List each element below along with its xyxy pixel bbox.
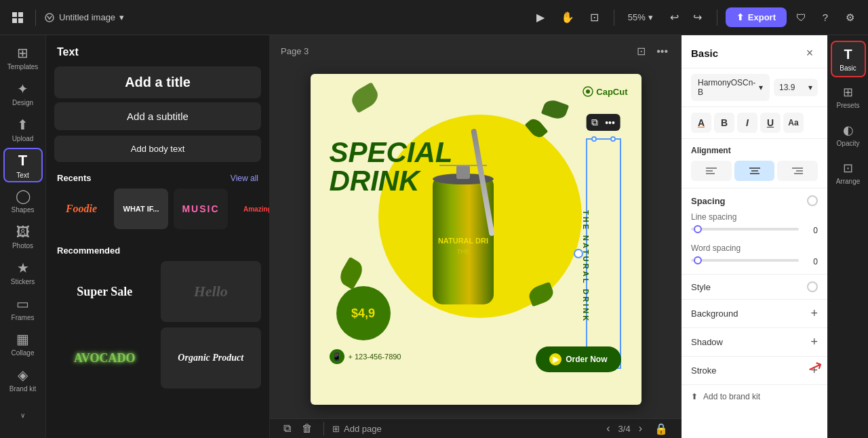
bottom-divider	[323, 422, 324, 435]
settings-icon-btn[interactable]: ⚙	[840, 7, 860, 28]
sidebar-item-templates[interactable]: ⊞ Templates	[3, 41, 43, 75]
canvas-delete-btn[interactable]: 🗑	[299, 420, 315, 437]
font-size-selector[interactable]: 13.9 ▾	[774, 79, 818, 96]
phone-number: + 123-456-7890	[349, 353, 401, 361]
pointer-tool[interactable]: ▶	[530, 7, 551, 28]
font-family-selector[interactable]: HarmonyOSCn-B ▾	[691, 74, 770, 101]
canvas-top-bar: Page 3 ⊡ •••	[270, 35, 682, 67]
spacing-toggle[interactable]	[807, 195, 818, 206]
strip-item-arrange[interactable]: ⊡ Arrange	[831, 155, 866, 191]
help-icon-btn[interactable]: ?	[815, 7, 835, 28]
view-all-btn[interactable]: View all	[231, 174, 258, 183]
text-panel: Text Add a title Add a subtitle Add body…	[46, 35, 270, 438]
sidebar-collapse-btn[interactable]: ∨	[3, 398, 43, 433]
spacing-section-label: Spacing	[691, 196, 726, 206]
element-toolbar: ⧉ •••	[586, 114, 620, 131]
shield-icon-btn[interactable]: 🛡	[791, 7, 811, 28]
recent-item-music[interactable]: MUSIC	[174, 188, 228, 229]
leaf-2	[540, 98, 568, 121]
next-page-btn[interactable]: ›	[635, 421, 646, 436]
export-divider	[717, 9, 717, 26]
recent-item-foodie[interactable]: Foodie	[54, 188, 108, 229]
strip-item-presets[interactable]: ⊞ Presets	[831, 79, 866, 115]
word-spacing-slider[interactable]	[691, 259, 799, 262]
file-name-btn[interactable]: Untitled image ▾	[44, 12, 124, 23]
left-sidebar: ⊞ Templates ✦ Design ⬆ Upload T Text ◯ S…	[0, 35, 46, 438]
italic-btn[interactable]: I	[737, 113, 757, 133]
undo-btn[interactable]: ↩	[664, 7, 686, 28]
case-btn[interactable]: Aa	[783, 113, 804, 133]
recent-item-amazing[interactable]: Amazing...	[233, 188, 269, 229]
add-body-btn[interactable]: Add body text	[54, 136, 261, 162]
canvas-resize-btn[interactable]: ⊡	[634, 42, 648, 60]
templates-icon: ⊞	[17, 45, 28, 61]
strip-item-basic[interactable]: T Basic	[831, 41, 866, 77]
hand-tool[interactable]: ✋	[557, 7, 578, 28]
text-color-btn[interactable]: A	[691, 113, 711, 133]
page-nav-label: 3/4	[618, 424, 631, 434]
bold-btn[interactable]: B	[714, 113, 734, 133]
underline-btn[interactable]: U	[760, 113, 781, 133]
more-element-btn[interactable]: •••	[605, 117, 615, 128]
sidebar-item-shapes[interactable]: ◯ Shapes	[3, 184, 43, 218]
style-label: Style	[691, 282, 711, 292]
align-left-btn[interactable]	[691, 161, 732, 181]
sidebar-item-text[interactable]: T Text	[3, 148, 43, 182]
prev-page-btn[interactable]: ‹	[602, 421, 614, 436]
canvas-more-btn[interactable]: •••	[654, 42, 671, 60]
alignment-text: Alignment	[691, 146, 731, 155]
sidebar-item-stickers[interactable]: ★ Stickers	[3, 255, 43, 290]
add-title-btn[interactable]: Add a title	[54, 66, 261, 98]
sidebar-item-label-brand: Brand kit	[9, 385, 36, 393]
lock-btn[interactable]: 🔒	[652, 420, 671, 438]
sidebar-item-brand[interactable]: ◈ Brand kit	[3, 363, 43, 397]
canvas-wrapper[interactable]: CapCut SPECIALDRINK $4,9	[270, 67, 682, 418]
panel-close-btn[interactable]: ×	[802, 45, 818, 61]
zoom-control[interactable]: 55% ▾	[623, 9, 658, 25]
strip-item-opacity[interactable]: ◐ Opacity	[831, 117, 866, 153]
format-row: A B I U Aa	[682, 107, 827, 139]
canvas-top-actions: ⊡ •••	[634, 42, 671, 60]
recent-item-whatif[interactable]: WHAT IF...	[114, 188, 168, 229]
rec-item-organic[interactable]: Organic Product	[161, 327, 262, 389]
rec-item-avocado[interactable]: AVOCADO	[54, 327, 155, 389]
page-label: Page 3	[281, 46, 309, 56]
style-toggle[interactable]	[807, 281, 818, 292]
line-spacing-slider[interactable]	[691, 228, 799, 231]
sidebar-item-photos[interactable]: 🖼 Photos	[3, 220, 43, 254]
strip-item-label-basic: Basic	[840, 64, 856, 72]
stroke-expand-btn[interactable]: +	[810, 363, 818, 378]
export-btn[interactable]: ⬆ Export	[726, 7, 787, 27]
app-logo[interactable]	[8, 8, 27, 27]
recents-header: Recents View all	[46, 165, 269, 188]
resize-tool[interactable]: ⊡	[584, 7, 606, 28]
order-btn-text: Order Now	[566, 355, 607, 364]
vertical-text-container[interactable]: ⧉ ••• THE NATURAL DRINK	[586, 138, 621, 369]
background-expand-btn[interactable]: +	[810, 306, 818, 321]
rec-item-hello[interactable]: Hello	[161, 261, 262, 322]
redo-btn[interactable]: ↪	[687, 7, 709, 28]
sidebar-item-label-upload: Upload	[12, 135, 34, 142]
brand-icon: ◈	[18, 367, 28, 383]
canvas-copy-btn[interactable]: ⧉	[281, 420, 294, 437]
copy-element-btn[interactable]: ⧉	[591, 117, 598, 128]
sidebar-item-frames[interactable]: ▭ Frames	[3, 291, 43, 325]
align-center-btn[interactable]	[734, 161, 775, 181]
sidebar-item-collage[interactable]: ▦ Collage	[3, 327, 43, 361]
stroke-label: Stroke	[691, 365, 717, 376]
sidebar-item-upload[interactable]: ⬆ Upload	[3, 112, 43, 146]
rec-text-supersale: Super Sale	[77, 285, 132, 299]
shadow-section: Shadow +	[682, 328, 827, 357]
panel-title: Basic	[691, 47, 718, 59]
rec-item-supersale[interactable]: Super Sale	[54, 261, 155, 322]
sidebar-item-design[interactable]: ✦ Design	[3, 77, 43, 111]
align-right-btn[interactable]	[777, 161, 818, 181]
canvas-order-btn[interactable]: ▶ Order Now	[536, 346, 620, 372]
add-page-btn[interactable]: ⊞ Add page	[332, 424, 382, 434]
sidebar-item-label-shapes: Shapes	[12, 206, 35, 214]
upload-icon: ⬆	[17, 117, 28, 133]
add-subtitle-btn[interactable]: Add a subtitle	[54, 102, 261, 130]
canvas-frame[interactable]: CapCut SPECIALDRINK $4,9	[311, 74, 642, 405]
shadow-expand-btn[interactable]: +	[810, 335, 818, 349]
brand-kit-row[interactable]: ⬆ Add to brand kit	[682, 385, 827, 408]
